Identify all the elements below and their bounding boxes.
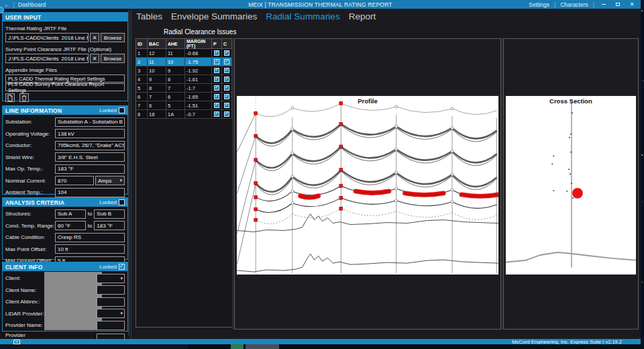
tab-envelope-summaries[interactable]: Envelope Summaries	[171, 11, 257, 21]
row-checkbox[interactable]	[224, 85, 229, 91]
table-cell[interactable]: 5	[136, 84, 148, 93]
table-cell[interactable]: 9	[148, 75, 166, 84]
row-checkbox[interactable]	[214, 77, 219, 82]
table-cell[interactable]: 7	[166, 84, 185, 93]
settings-button[interactable]: Settings	[529, 1, 549, 8]
survey-file-input[interactable]: J:\PLS-CADD\Clients 2018 Line N	[5, 54, 89, 63]
restore-button[interactable]	[613, 1, 623, 8]
delete-file-button[interactable]	[19, 93, 29, 102]
table-cell[interactable]: 4	[136, 75, 148, 84]
column-header[interactable]: MARGIN (FT)	[185, 39, 212, 49]
ambient-temp-input[interactable]: 104	[55, 188, 125, 197]
table-cell-checkbox[interactable]	[212, 75, 222, 84]
table-cell[interactable]: -1.65	[185, 93, 212, 101]
table-cell-checkbox[interactable]	[222, 58, 232, 66]
panel-splitter[interactable]	[232, 38, 234, 330]
table-cell[interactable]: 18	[148, 110, 166, 119]
table-cell-checkbox[interactable]	[222, 110, 232, 119]
table-cell[interactable]: 3	[136, 66, 148, 75]
thermal-file-browse-button[interactable]: Browse	[101, 33, 125, 42]
panel-splitter[interactable]	[501, 38, 503, 330]
shield-wire-input[interactable]: 3/8" E.H.S. Steel	[55, 152, 125, 162]
row-checkbox[interactable]	[214, 103, 219, 108]
row-checkbox[interactable]	[214, 50, 219, 56]
client-info-locked-checkbox[interactable]	[119, 264, 125, 270]
column-header[interactable]: AHE	[166, 39, 185, 49]
client-info-dropdown[interactable]: ▾	[97, 274, 125, 283]
max-op-temp-input[interactable]: 183 °F	[55, 164, 125, 174]
table-cell[interactable]: 1	[136, 49, 148, 58]
table-cell[interactable]: 7	[148, 93, 166, 101]
line-information-locked-checkbox[interactable]	[119, 107, 125, 113]
row-checkbox[interactable]	[214, 94, 219, 99]
taskbar-app-icon[interactable]	[246, 344, 279, 349]
taskbar[interactable]	[0, 344, 644, 349]
table-cell[interactable]: 9	[166, 66, 185, 75]
table-cell-checkbox[interactable]	[222, 75, 232, 84]
table-cell-checkbox[interactable]	[222, 66, 232, 75]
column-header[interactable]: BAC	[148, 39, 166, 49]
table-cell-checkbox[interactable]	[212, 58, 222, 66]
table-cell[interactable]: 6	[148, 101, 166, 110]
conductor-input[interactable]: 795kcmil, 26/7, "Drake" ACSR	[55, 141, 125, 150]
client-info-input[interactable]	[97, 285, 125, 295]
add-file-button[interactable]	[5, 93, 15, 102]
table-cell[interactable]: 7	[136, 101, 148, 110]
table-cell-checkbox[interactable]	[212, 101, 222, 110]
table-cell[interactable]: 6	[166, 93, 185, 101]
table-cell[interactable]: -1.92	[185, 66, 212, 75]
table-cell[interactable]: -1.75	[185, 58, 212, 66]
table-cell[interactable]: 11	[166, 49, 185, 58]
table-cell[interactable]: 6	[136, 93, 148, 101]
operating-voltage-input[interactable]: 138 kV	[55, 129, 125, 138]
message-icon[interactable]	[13, 340, 20, 344]
table-cell-checkbox[interactable]	[212, 66, 222, 75]
table-cell[interactable]: 2	[136, 58, 148, 66]
tab-report[interactable]: Report	[349, 11, 376, 21]
row-checkbox[interactable]	[224, 77, 229, 82]
row-checkbox[interactable]	[214, 85, 219, 91]
row-checkbox[interactable]	[214, 59, 219, 64]
table-cell[interactable]: 8	[148, 84, 166, 93]
appendix-item[interactable]: PLS CADD Survey Point Clearance Report S…	[5, 83, 125, 91]
max-point-offset-input[interactable]: 10 ft	[55, 244, 125, 254]
table-cell[interactable]: -1.7	[185, 84, 212, 93]
substation-input[interactable]: Substation A - Substation B	[55, 117, 125, 127]
table-cell[interactable]: 12	[148, 49, 166, 58]
table-cell[interactable]: 10	[148, 66, 166, 75]
column-header[interactable]: C	[222, 39, 232, 49]
client-info-dropdown[interactable]: ▾	[97, 309, 125, 318]
table-cell[interactable]: 5	[166, 101, 185, 110]
thermal-file-clear-button[interactable]: ✕	[90, 33, 99, 42]
row-checkbox[interactable]	[214, 111, 219, 117]
table-cell-checkbox[interactable]	[212, 93, 222, 101]
nominal-current-input[interactable]: 870	[55, 176, 94, 185]
row-checkbox[interactable]	[214, 68, 219, 73]
table-cell[interactable]: 10	[166, 58, 185, 66]
client-info-input[interactable]	[97, 321, 125, 330]
cross-section-plot-area[interactable]: Cross Section	[505, 95, 637, 275]
row-checkbox[interactable]	[224, 94, 229, 99]
structures-from-input[interactable]: Sub A	[55, 209, 86, 219]
table-cell[interactable]: 8	[166, 75, 185, 84]
table-cell[interactable]: -0.7	[185, 110, 212, 119]
row-checkbox[interactable]	[224, 50, 229, 56]
table-cell[interactable]: 8	[136, 110, 148, 119]
table-cell[interactable]: -1.51	[185, 101, 212, 110]
thermal-file-input[interactable]: J:\PLS-CADD\Clients 2018 Line N	[5, 33, 89, 42]
tab-radial-summaries[interactable]: Radial Summaries	[266, 11, 339, 21]
profile-chart[interactable]	[237, 96, 498, 275]
close-button[interactable]: ✕	[627, 1, 637, 8]
taskbar-app-icon[interactable]	[231, 344, 244, 349]
analysis-criteria-locked-checkbox[interactable]	[119, 199, 125, 205]
table-cell-checkbox[interactable]	[212, 84, 222, 93]
table-cell[interactable]: -0.68	[185, 49, 212, 58]
table-cell-checkbox[interactable]	[222, 49, 232, 58]
table-cell[interactable]: 1A	[166, 110, 185, 119]
row-checkbox[interactable]	[224, 111, 229, 117]
column-header[interactable]: ID	[136, 39, 148, 49]
current-unit-select[interactable]: Amps ▾	[95, 176, 125, 185]
temp-to-input[interactable]: 183 °F	[94, 221, 125, 230]
tab-tables[interactable]: Tables	[136, 11, 162, 21]
table-cell[interactable]: 11	[148, 58, 166, 66]
